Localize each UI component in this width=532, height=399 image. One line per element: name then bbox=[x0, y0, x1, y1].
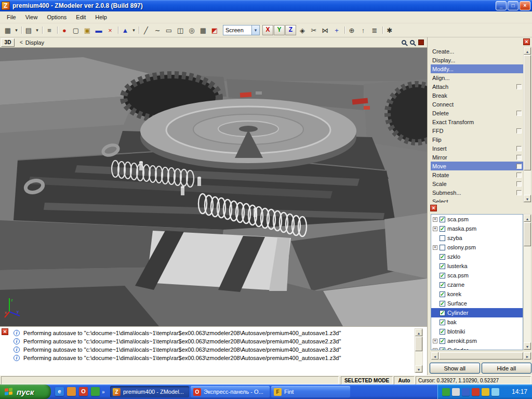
object-item[interactable]: Cylinder bbox=[431, 345, 523, 350]
views-menu-icon[interactable]: ▾ bbox=[34, 25, 40, 35]
command-item[interactable]: Mirror bbox=[431, 153, 523, 162]
command-item[interactable]: Submesh... bbox=[431, 188, 523, 197]
object-item[interactable]: maska.psm bbox=[431, 224, 523, 233]
visibility-checkbox[interactable] bbox=[440, 235, 445, 241]
axis-z-toggle[interactable]: Z bbox=[285, 25, 296, 35]
command-list-scrollbar[interactable] bbox=[523, 47, 531, 203]
import-menu-icon[interactable]: ▾ bbox=[14, 25, 19, 35]
visibility-checkbox[interactable] bbox=[440, 291, 445, 297]
command-item[interactable]: Move bbox=[431, 162, 523, 170]
object-item[interactable]: lusterka bbox=[431, 261, 523, 271]
visibility-checkbox[interactable] bbox=[440, 217, 445, 222]
visibility-checkbox[interactable] bbox=[440, 348, 445, 351]
views-icon[interactable]: ▤ bbox=[23, 25, 34, 35]
scroll-thumb[interactable] bbox=[415, 337, 422, 351]
scroll-thumb[interactable] bbox=[524, 55, 531, 170]
uv-mapper-icon[interactable]: ◈ bbox=[297, 25, 308, 35]
marked-faces-icon[interactable]: ◩ bbox=[209, 25, 220, 35]
settings-icon[interactable]: ✱ bbox=[384, 25, 395, 35]
visibility-checkbox[interactable] bbox=[440, 263, 445, 269]
command-option-box[interactable] bbox=[516, 128, 522, 134]
command-item[interactable]: Modify... bbox=[431, 64, 523, 73]
viewport-3d-render[interactable]: z y x bbox=[0, 48, 427, 326]
record-icon[interactable]: ● bbox=[59, 25, 70, 35]
object-item[interactable]: Surface bbox=[431, 299, 523, 308]
object-item[interactable]: szklo bbox=[431, 252, 523, 261]
maximize-button[interactable]: □ bbox=[508, 1, 518, 10]
scroll-down-icon[interactable] bbox=[524, 342, 531, 350]
hide-all-button[interactable]: Hide all bbox=[482, 363, 532, 374]
command-item[interactable]: Flip bbox=[431, 135, 523, 144]
import-icon[interactable]: ▦ bbox=[2, 25, 14, 35]
quick-launch-icon-3[interactable]: O bbox=[79, 387, 88, 396]
log-scrollbar[interactable] bbox=[415, 328, 423, 373]
object-item[interactable]: aerokit.psm bbox=[431, 336, 523, 345]
object-item[interactable]: sca.psm bbox=[431, 271, 523, 280]
command-option-box[interactable] bbox=[516, 181, 522, 187]
auto-indicator[interactable]: Auto bbox=[394, 376, 415, 384]
command-option-box[interactable] bbox=[516, 146, 522, 151]
menu-item[interactable]: Help bbox=[90, 12, 112, 22]
screen-mode-dropdown-icon[interactable] bbox=[251, 25, 260, 35]
viewport-maximize-icon[interactable] bbox=[418, 39, 424, 45]
viewport-mode-button[interactable]: 3D bbox=[1, 38, 15, 47]
local-axes-icon[interactable]: ⊕ bbox=[346, 25, 357, 35]
object-item[interactable]: szyba bbox=[431, 233, 523, 243]
taskbar-task-button[interactable]: Z premium400 - ZModel... bbox=[110, 386, 189, 397]
line-tool-icon[interactable]: ╱ bbox=[140, 25, 152, 35]
zoom-icon[interactable] bbox=[402, 40, 406, 45]
object-list-hscrollbar[interactable] bbox=[431, 352, 531, 360]
objects-panel-close-button[interactable] bbox=[430, 205, 437, 211]
expand-icon[interactable] bbox=[433, 348, 437, 351]
command-item[interactable]: Insert bbox=[431, 144, 523, 153]
scroll-left-icon[interactable] bbox=[431, 352, 438, 360]
object-item[interactable]: czarne bbox=[431, 280, 523, 289]
command-item[interactable]: Align... bbox=[431, 73, 523, 82]
tray-icon-3[interactable] bbox=[462, 388, 470, 396]
new-file-icon[interactable]: ▢ bbox=[70, 25, 82, 35]
show-all-button[interactable]: Show all bbox=[430, 363, 480, 374]
object-item[interactable]: korek bbox=[431, 289, 523, 299]
expand-icon[interactable] bbox=[433, 339, 437, 343]
command-option-box[interactable] bbox=[516, 164, 522, 169]
box-tool-icon[interactable]: ▭ bbox=[163, 25, 175, 35]
start-button[interactable]: пуск bbox=[0, 384, 51, 399]
title-bar[interactable]: Z premium400 - ZModeler ver 2.0.8 (Build… bbox=[0, 0, 532, 11]
command-item[interactable]: FFD bbox=[431, 126, 523, 135]
command-option-box[interactable] bbox=[516, 172, 522, 178]
command-item[interactable]: Connect bbox=[431, 100, 523, 109]
command-item[interactable]: Scale bbox=[431, 179, 523, 188]
mesh-tool-icon[interactable]: ▦ bbox=[197, 25, 209, 35]
scroll-up-icon[interactable] bbox=[524, 47, 531, 55]
scroll-down-icon[interactable] bbox=[524, 195, 531, 202]
visibility-checkbox[interactable] bbox=[440, 329, 445, 335]
minimize-button[interactable]: _ bbox=[496, 1, 507, 10]
command-item[interactable]: Rotate bbox=[431, 170, 523, 179]
notes-icon[interactable]: ≡ bbox=[44, 25, 55, 35]
tray-icon-1[interactable] bbox=[442, 388, 450, 396]
create-primitive-icon[interactable]: ▲ bbox=[119, 25, 131, 35]
curve-tool-icon[interactable]: ∼ bbox=[152, 25, 163, 35]
command-item[interactable]: Break bbox=[431, 91, 523, 100]
command-item[interactable]: Create... bbox=[431, 47, 523, 56]
tray-icon-5[interactable] bbox=[482, 388, 489, 396]
command-option-box[interactable] bbox=[516, 190, 522, 195]
scroll-thumb[interactable] bbox=[524, 222, 531, 246]
sphere-tool-icon[interactable]: ◎ bbox=[186, 25, 197, 35]
hierarchy-icon[interactable]: ≣ bbox=[369, 25, 380, 35]
visibility-checkbox[interactable] bbox=[440, 245, 445, 250]
create-primitive-menu-icon[interactable]: ▾ bbox=[131, 25, 137, 35]
expand-icon[interactable] bbox=[433, 227, 437, 231]
command-option-box[interactable] bbox=[516, 155, 522, 160]
screen-mode-select[interactable]: Screen bbox=[223, 25, 260, 35]
axes-mode-icon[interactable]: + bbox=[331, 25, 342, 35]
tray-icon-4[interactable] bbox=[472, 388, 480, 396]
visibility-checkbox[interactable] bbox=[440, 282, 445, 288]
object-list-scrollbar[interactable] bbox=[523, 214, 531, 350]
axis-x-toggle[interactable]: X bbox=[262, 25, 273, 35]
scroll-thumb[interactable] bbox=[439, 352, 523, 360]
open-file-icon[interactable]: ▣ bbox=[82, 25, 93, 35]
object-item[interactable]: sca.psm bbox=[431, 215, 523, 224]
commands-panel-close-button[interactable] bbox=[523, 38, 530, 45]
scroll-right-icon[interactable] bbox=[524, 352, 531, 360]
